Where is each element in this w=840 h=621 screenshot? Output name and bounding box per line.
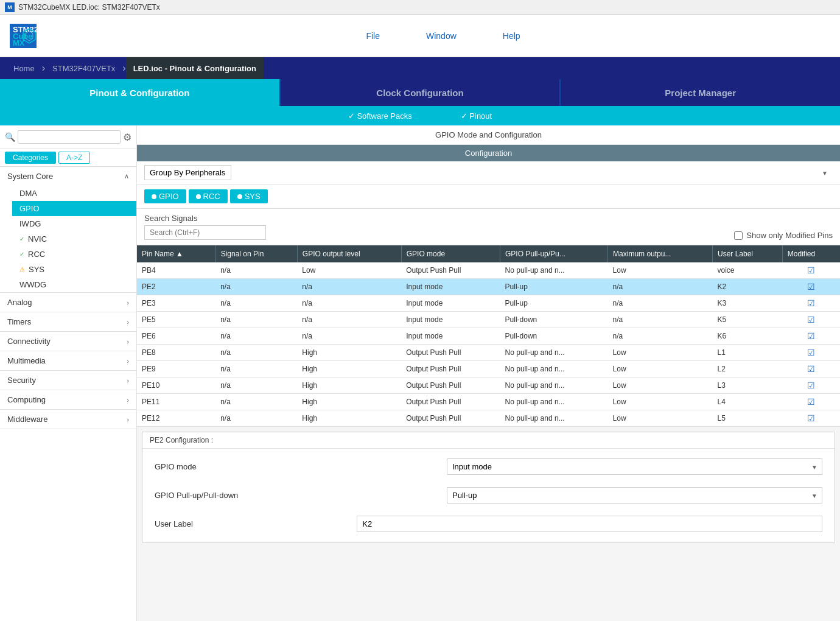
pull-select-wrapper: Pull-up (447, 487, 822, 503)
config-panel: PE2 Configuration : GPIO mode Input mode (142, 432, 835, 542)
content-header: GPIO Mode and Configuration (137, 125, 840, 145)
table-row[interactable]: PE2n/an/aInput modePull-upn/aK2☑ (137, 279, 840, 295)
gpio-mode-label: GPIO mode (155, 462, 447, 471)
col-pin-name[interactable]: Pin Name ▲ (137, 245, 215, 262)
show-modified-group: Show only Modified Pins (734, 231, 833, 240)
search-icon: 🔍 (5, 132, 15, 142)
tab-bar: Pinout & Configuration Clock Configurati… (0, 79, 840, 106)
sidebar-item-iwdg[interactable]: IWDG (12, 216, 136, 231)
tab-project[interactable]: Project Manager (561, 79, 840, 106)
warning-icon: ⚠ (19, 266, 25, 273)
config-section-header: Configuration (137, 145, 840, 161)
logo: STM32 Cube MX (0, 24, 46, 48)
section-computing: Computing › (0, 390, 136, 410)
menu-items: File Window Help (46, 29, 840, 43)
modified-check-icon: ☑ (807, 331, 815, 341)
table-row[interactable]: PE6n/an/aInput modePull-downn/aK6☑ (137, 328, 840, 345)
table-body: PB4n/aLowOutput Push PullNo pull-up and … (137, 262, 840, 427)
breadcrumb-device[interactable]: STM32F407VETx (45, 57, 122, 79)
sidebar-tabs: Categories A->Z (0, 149, 136, 167)
search-input[interactable] (18, 130, 121, 144)
tab-pinout[interactable]: Pinout & Configuration (0, 79, 279, 106)
table-row[interactable]: PE5n/an/aInput modePull-downn/aK5☑ (137, 312, 840, 328)
search-signals-label: Search Signals (144, 214, 266, 223)
dot-icon (196, 194, 201, 199)
table-row[interactable]: PE10n/aHighOutput Push PullNo pull-up an… (137, 377, 840, 394)
section-multimedia: Multimedia › (0, 351, 136, 371)
main-layout: 🔍 ⚙ Categories A->Z System Core ∧ DMA GP… (0, 125, 840, 621)
section-analog-header[interactable]: Analog › (0, 293, 136, 312)
tab-az[interactable]: A->Z (58, 152, 90, 164)
tab-clock[interactable]: Clock Configuration (281, 79, 560, 106)
user-label-input[interactable] (357, 516, 822, 532)
section-computing-header[interactable]: Computing › (0, 390, 136, 409)
table-row[interactable]: PE3n/an/aInput modePull-upn/aK3☑ (137, 295, 840, 312)
gpio-mode-select[interactable]: Input mode (447, 458, 822, 475)
table-row[interactable]: PE12n/aHighOutput Push PullNo pull-up an… (137, 410, 840, 427)
breadcrumb-current[interactable]: LED.ioc - Pinout & Configuration (126, 57, 264, 79)
sidebar: 🔍 ⚙ Categories A->Z System Core ∧ DMA GP… (0, 125, 137, 621)
search-signals-group: Search Signals (144, 214, 266, 240)
peripheral-tab-sys[interactable]: SYS (230, 189, 268, 203)
sidebar-item-wwdg[interactable]: WWDG (12, 277, 136, 292)
show-modified-checkbox[interactable] (734, 231, 743, 240)
sub-tab-pinout[interactable]: ✓ Pinout (461, 111, 492, 121)
tab-categories[interactable]: Categories (5, 152, 56, 164)
sub-tab-bar: ✓ Software Packs ✓ Pinout (0, 106, 840, 125)
col-output-level[interactable]: GPIO output level (297, 245, 401, 262)
sidebar-item-rcc[interactable]: ✓ RCC (12, 247, 136, 262)
section-security: Security › (0, 371, 136, 390)
section-system-core-header[interactable]: System Core ∧ (0, 167, 136, 186)
pull-select[interactable]: Pull-up (447, 487, 822, 503)
sidebar-item-dma[interactable]: DMA (12, 186, 136, 201)
section-timers-header[interactable]: Timers › (0, 312, 136, 331)
config-row-pull: GPIO Pull-up/Pull-down Pull-up (155, 487, 822, 503)
chevron-right-icon: › (127, 416, 129, 423)
section-connectivity-header[interactable]: Connectivity › (0, 332, 136, 351)
modified-check-icon: ☑ (807, 397, 815, 407)
pull-label: GPIO Pull-up/Pull-down (155, 491, 447, 500)
col-gpio-mode[interactable]: GPIO mode (401, 245, 500, 262)
peripheral-tabs: GPIO RCC SYS (137, 184, 840, 209)
check-icon: ✓ (19, 251, 24, 258)
table-row[interactable]: PE8n/aHighOutput Push PullNo pull-up and… (137, 345, 840, 361)
peripheral-tab-gpio[interactable]: GPIO (144, 189, 186, 203)
signals-area: Search Signals Show only Modified Pins (137, 209, 840, 245)
menu-help[interactable]: Help (498, 29, 525, 43)
table-row[interactable]: PE11n/aHighOutput Push PullNo pull-up an… (137, 394, 840, 410)
menu-file[interactable]: File (361, 29, 385, 43)
section-middleware-header[interactable]: Middleware › (0, 410, 136, 429)
title-bar-text: STM32CubeMX LED.ioc: STM32F407VETx (18, 3, 160, 12)
sidebar-item-sys[interactable]: ⚠ SYS (12, 262, 136, 277)
gpio-table: Pin Name ▲ Signal on Pin GPIO output lev… (137, 245, 840, 427)
breadcrumb-home[interactable]: Home (6, 57, 42, 79)
section-middleware: Middleware › (0, 410, 136, 429)
chevron-right-icon: › (127, 377, 129, 384)
section-multimedia-header[interactable]: Multimedia › (0, 351, 136, 370)
group-by-select[interactable]: Group By Peripherals (144, 165, 231, 180)
modified-check-icon: ☑ (807, 282, 815, 292)
table-row[interactable]: PB4n/aLowOutput Push PullNo pull-up and … (137, 262, 840, 279)
col-user-label[interactable]: User Label (713, 245, 783, 262)
logo-icon: STM32 Cube MX (10, 24, 37, 48)
user-label-label: User Label (155, 519, 357, 528)
menu-bar: STM32 Cube MX File Window Help (0, 15, 840, 57)
table-container: Pin Name ▲ Signal on Pin GPIO output lev… (137, 245, 840, 427)
section-security-header[interactable]: Security › (0, 371, 136, 390)
col-pull[interactable]: GPIO Pull-up/Pu... (500, 245, 608, 262)
menu-window[interactable]: Window (421, 29, 461, 43)
col-max-output[interactable]: Maximum outpu... (608, 245, 713, 262)
table-row[interactable]: PE9n/aHighOutput Push PullNo pull-up and… (137, 361, 840, 377)
search-signals-input[interactable] (144, 225, 266, 240)
gpio-mode-select-wrapper: Input mode (447, 458, 822, 475)
col-modified[interactable]: Modified (782, 245, 840, 262)
sidebar-item-nvic[interactable]: ✓ NVIC (12, 231, 136, 247)
peripheral-tab-rcc[interactable]: RCC (189, 189, 228, 203)
config-panel-body: GPIO mode Input mode GPIO Pull-up/Pull-d… (142, 449, 835, 542)
config-panel-title: PE2 Configuration : (142, 432, 835, 449)
chevron-right-icon: › (127, 299, 129, 306)
sidebar-item-gpio[interactable]: GPIO (12, 201, 136, 216)
gear-icon[interactable]: ⚙ (123, 132, 131, 143)
sub-tab-software-packs[interactable]: ✓ Software Packs (348, 111, 412, 121)
col-signal[interactable]: Signal on Pin (215, 245, 297, 262)
